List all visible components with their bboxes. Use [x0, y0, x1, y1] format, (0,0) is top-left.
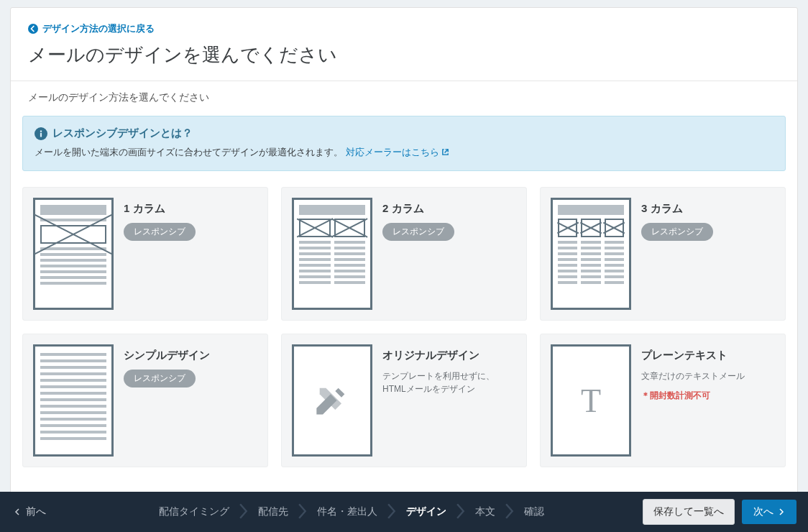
bottom-bar: 前へ 配信タイミング 配信先 件名・差出人 デザイン 本文 確認 保存して一覧へ…	[0, 492, 808, 532]
thumbnail-simple	[33, 344, 114, 457]
chevron-right-icon	[386, 503, 398, 521]
svg-rect-2	[40, 132, 42, 137]
step-timing[interactable]: 配信タイミング	[159, 505, 229, 518]
template-name: プレーンテキスト	[641, 349, 775, 362]
page-title: メールのデザインを選んでください	[11, 35, 797, 81]
template-card-plain-text[interactable]: T プレーンテキスト 文章だけのテキストメール ＊開封数計測不可	[540, 334, 786, 467]
chevron-right-icon	[238, 503, 249, 521]
step-recipients[interactable]: 配信先	[258, 505, 288, 518]
info-icon	[35, 127, 47, 140]
thumbnail-plain-text: T	[551, 344, 631, 457]
info-description: メールを開いた端末の画面サイズに合わせてデザインが最適化されます。 対応メーラー…	[35, 146, 773, 159]
text-icon: T	[581, 382, 601, 420]
page-subtitle: メールのデザイン方法を選んでください	[11, 81, 797, 116]
chevron-right-icon	[455, 503, 467, 521]
template-card-3-column[interactable]: 3 カラム レスポンシブ	[540, 187, 786, 321]
template-card-2-column[interactable]: 2 カラム レスポンシブ	[281, 187, 527, 321]
template-card-simple[interactable]: シンプルデザイン レスポンシブ	[22, 334, 268, 467]
step-confirm[interactable]: 確認	[524, 505, 544, 518]
template-desc: テンプレートを利用せずに、HTMLメールをデザイン	[382, 370, 516, 395]
pencil-ruler-icon	[313, 382, 351, 419]
svg-point-0	[28, 24, 38, 34]
save-button[interactable]: 保存して一覧へ	[643, 499, 735, 525]
info-box: レスポンシブデザインとは？ メールを開いた端末の画面サイズに合わせてデザインが最…	[22, 116, 786, 171]
responsive-badge: レスポンシブ	[124, 223, 196, 241]
svg-rect-3	[40, 130, 42, 132]
thumbnail-2-column	[292, 198, 372, 310]
step-subject[interactable]: 件名・差出人	[317, 505, 377, 518]
thumbnail-1-column	[33, 198, 114, 310]
chevron-left-icon	[14, 508, 22, 515]
info-link[interactable]: 対応メーラーはこちら	[346, 147, 450, 157]
step-design[interactable]: デザイン	[406, 505, 446, 518]
responsive-badge: レスポンシブ	[641, 223, 713, 241]
template-warning: ＊開封数計測不可	[641, 390, 775, 402]
responsive-badge: レスポンシブ	[124, 370, 196, 387]
back-link-label: デザイン方法の選択に戻る	[42, 22, 155, 35]
prev-button[interactable]: 前へ	[0, 505, 60, 518]
info-title: レスポンシブデザインとは？	[35, 127, 773, 140]
chevron-right-icon	[778, 508, 785, 515]
template-desc: 文章だけのテキストメール	[641, 370, 775, 382]
arrow-left-circle-icon	[28, 24, 38, 34]
chevron-right-icon	[504, 503, 515, 521]
template-name: 1 カラム	[124, 202, 257, 216]
thumbnail-3-column	[551, 198, 631, 310]
back-link[interactable]: デザイン方法の選択に戻る	[11, 8, 797, 35]
template-name: 2 カラム	[382, 202, 516, 216]
step-body[interactable]: 本文	[475, 505, 495, 518]
main-panel: デザイン方法の選択に戻る メールのデザインを選んでください メールのデザイン方法…	[10, 7, 798, 496]
template-name: オリジナルデザイン	[382, 349, 516, 362]
chevron-right-icon	[297, 503, 308, 521]
next-button[interactable]: 次へ	[742, 500, 796, 524]
responsive-badge: レスポンシブ	[382, 223, 454, 241]
thumbnail-original	[292, 344, 372, 457]
template-name: シンプルデザイン	[124, 349, 257, 362]
template-cards: 1 カラム レスポンシブ 2 カラム レスポンシブ	[11, 171, 797, 479]
external-link-icon	[441, 148, 449, 156]
stepper: 配信タイミング 配信先 件名・差出人 デザイン 本文 確認	[60, 503, 643, 521]
template-name: 3 カラム	[641, 202, 775, 216]
template-card-1-column[interactable]: 1 カラム レスポンシブ	[22, 187, 268, 321]
template-card-original[interactable]: オリジナルデザイン テンプレートを利用せずに、HTMLメールをデザイン	[281, 334, 527, 467]
